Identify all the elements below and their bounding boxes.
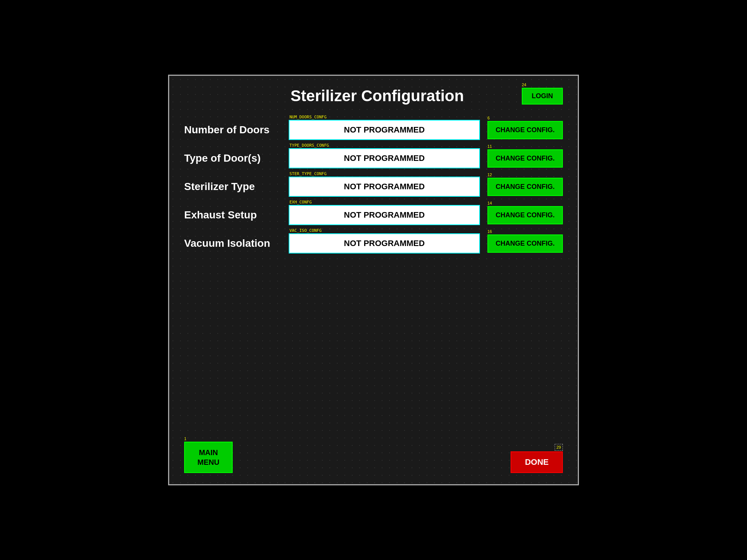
screen: Sterilizer Configuration 24 LOGIN Number… — [168, 75, 579, 485]
field-label-vacuum-isolation: VAC_ISO_CONFG — [289, 228, 322, 233]
row-label-vacuum-isolation: Vacuum Isolation — [184, 237, 289, 249]
row-label-ster-type: Sterilizer Type — [184, 181, 289, 193]
header: Sterilizer Configuration 24 LOGIN — [184, 87, 563, 105]
main-menu-badge: 1 — [184, 436, 186, 441]
row-label-type-doors: Type of Door(s) — [184, 152, 289, 164]
config-row-num-doors: Number of Doors NUM_DOORS_CONFG NOT PROG… — [184, 120, 563, 140]
change-config-button-vacuum-isolation[interactable]: CHANGE CONFIG. — [487, 234, 563, 253]
footer: 1 MAINMENU DONE — [184, 442, 563, 473]
change-btn-badge-exhaust-setup: 14 — [487, 201, 492, 205]
field-container-ster-type: STER_TYPE_CONFG NOT PROGRAMMED — [289, 177, 480, 197]
field-container-exhaust-setup: EXH_CONFG NOT PROGRAMMED — [289, 205, 480, 225]
field-value-num-doors: NOT PROGRAMMED — [289, 120, 480, 140]
config-row-exhaust-setup: Exhaust Setup EXH_CONFG NOT PROGRAMMED 1… — [184, 205, 563, 225]
page-title: Sterilizer Configuration — [233, 87, 522, 105]
change-btn-badge-ster-type: 12 — [487, 172, 492, 177]
change-btn-container-num-doors: 6 CHANGE CONFIG. — [487, 121, 563, 139]
row-label-exhaust-setup: Exhaust Setup — [184, 209, 289, 221]
config-row-vacuum-isolation: Vacuum Isolation VAC_ISO_CONFG NOT PROGR… — [184, 233, 563, 253]
field-value-exhaust-setup: NOT PROGRAMMED — [289, 205, 480, 225]
field-label-exhaust-setup: EXH_CONFG — [289, 200, 312, 205]
change-config-button-ster-type[interactable]: CHANGE CONFIG. — [487, 178, 563, 196]
field-label-num-doors: NUM_DOORS_CONFG — [289, 115, 326, 119]
done-container: DONE — [511, 451, 563, 473]
field-container-type-doors: TYPE_DOORS_CONFG NOT PROGRAMMED — [289, 148, 480, 168]
field-value-ster-type: NOT PROGRAMMED — [289, 177, 480, 197]
change-config-button-exhaust-setup[interactable]: CHANGE CONFIG. — [487, 206, 563, 224]
main-menu-button[interactable]: MAINMENU — [184, 442, 233, 473]
login-badge: 24 — [522, 83, 526, 87]
main-menu-container: 1 MAINMENU — [184, 442, 233, 473]
login-btn-container: 24 LOGIN — [522, 88, 563, 105]
row-label-num-doors: Number of Doors — [184, 124, 289, 136]
field-value-vacuum-isolation: NOT PROGRAMMED — [289, 233, 480, 253]
change-btn-badge-num-doors: 6 — [487, 116, 490, 120]
login-button[interactable]: LOGIN — [522, 88, 563, 105]
config-row-ster-type: Sterilizer Type STER_TYPE_CONFG NOT PROG… — [184, 177, 563, 197]
change-btn-badge-vacuum-isolation: 16 — [487, 229, 492, 234]
field-value-type-doors: NOT PROGRAMMED — [289, 148, 480, 168]
config-rows: Number of Doors NUM_DOORS_CONFG NOT PROG… — [184, 120, 563, 253]
config-row-type-doors: Type of Door(s) TYPE_DOORS_CONFG NOT PRO… — [184, 148, 563, 168]
field-container-vacuum-isolation: VAC_ISO_CONFG NOT PROGRAMMED — [289, 233, 480, 253]
change-config-button-num-doors[interactable]: CHANGE CONFIG. — [487, 121, 563, 139]
done-button[interactable]: DONE — [511, 451, 563, 473]
field-container-num-doors: NUM_DOORS_CONFG NOT PROGRAMMED — [289, 120, 480, 140]
change-btn-badge-type-doors: 11 — [487, 144, 492, 149]
change-btn-container-vacuum-isolation: 16 CHANGE CONFIG. — [487, 234, 563, 253]
change-btn-container-exhaust-setup: 14 CHANGE CONFIG. — [487, 206, 563, 224]
field-label-ster-type: STER_TYPE_CONFG — [289, 171, 326, 176]
change-btn-container-type-doors: 11 CHANGE CONFIG. — [487, 149, 563, 168]
field-label-type-doors: TYPE_DOORS_CONFG — [289, 143, 329, 148]
change-config-button-type-doors[interactable]: CHANGE CONFIG. — [487, 149, 563, 168]
change-btn-container-ster-type: 12 CHANGE CONFIG. — [487, 178, 563, 196]
